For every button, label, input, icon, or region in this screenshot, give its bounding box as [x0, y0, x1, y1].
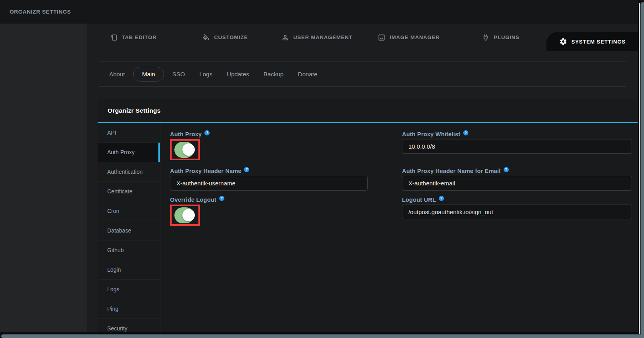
auth-proxy-header-name-for-email-input[interactable]: [402, 176, 632, 191]
tab-system-settings[interactable]: SYSTEM SETTINGS: [546, 32, 638, 51]
field-label: Auth Proxy Whitelist: [402, 131, 460, 137]
highlight-box: [170, 205, 200, 226]
tab-label: IMAGE MANAGER: [390, 34, 440, 40]
page-title: ORGANIZR SETTINGS: [10, 9, 71, 15]
field-label-row: Auth Proxy Header Name?: [170, 167, 368, 175]
subtab-donate[interactable]: Donate: [292, 67, 323, 81]
field-logout-url: Logout URL?: [402, 196, 632, 227]
tab-customize[interactable]: CUSTOMIZE: [179, 24, 271, 51]
field-override-logout: Override Logout?: [170, 196, 368, 227]
help-icon[interactable]: ?: [204, 130, 210, 135]
subtab-logs[interactable]: Logs: [193, 67, 218, 81]
main-content: TAB EDITORCUSTOMIZEUSER MANAGEMENTIMAGE …: [87, 24, 638, 332]
toggle-knob: [182, 143, 195, 156]
settings-menu-item-api[interactable]: API: [98, 123, 160, 143]
settings-menu-item-auth-proxy[interactable]: Auth Proxy: [98, 143, 160, 162]
help-icon[interactable]: ?: [244, 167, 249, 172]
tab-image-manager[interactable]: IMAGE MANAGER: [363, 24, 455, 51]
settings-form: Auth Proxy?Auth Proxy Whitelist?Auth Pro…: [160, 123, 638, 332]
toggle-knob: [182, 209, 195, 221]
tab-label: CUSTOMIZE: [214, 34, 248, 40]
tab-label: USER MANAGEMENT: [293, 34, 352, 40]
subtab-sso[interactable]: SSO: [166, 67, 191, 81]
user-management-icon: [281, 34, 289, 42]
gear-icon: [559, 38, 567, 46]
tab-editor-icon: [110, 34, 118, 42]
settings-menu-item-github[interactable]: Github: [98, 241, 160, 260]
tab-label: TAB EDITOR: [122, 34, 156, 40]
field-auth-proxy-whitelist: Auth Proxy Whitelist?: [402, 130, 632, 162]
help-icon[interactable]: ?: [219, 196, 224, 201]
field-label-row: Logout URL?: [402, 196, 632, 203]
field-auth-proxy-header-name-for-email: Auth Proxy Header Name for Email?: [402, 167, 632, 191]
app-header: ORGANIZR SETTINGS: [0, 0, 638, 24]
settings-menu-item-certificate[interactable]: Certificate: [98, 182, 160, 201]
subtab-about[interactable]: About: [103, 67, 131, 81]
settings-panel-header: Organizr Settings: [98, 99, 638, 123]
customize-icon: [202, 34, 210, 42]
side-nav-area: [0, 24, 87, 332]
subtab-main[interactable]: Main: [133, 67, 164, 82]
settings-menu-item-login[interactable]: Login: [98, 260, 160, 280]
settings-menu-item-authentication[interactable]: Authentication: [98, 162, 160, 182]
window-frame-bottom: [1, 334, 644, 338]
help-icon[interactable]: ?: [439, 196, 444, 201]
tab-user-management[interactable]: USER MANAGEMENT: [271, 24, 363, 51]
tab-label: PLUGINS: [494, 34, 519, 40]
settings-menu-item-security[interactable]: Security: [98, 319, 160, 332]
field-label: Logout URL: [402, 197, 436, 203]
field-auth-proxy: Auth Proxy?: [170, 130, 368, 162]
settings-panel-body: APIAuth ProxyAuthenticationCertificateCr…: [98, 123, 638, 332]
auth-proxy-toggle[interactable]: [174, 142, 194, 158]
settings-panel: Organizr Settings APIAuth ProxyAuthentic…: [98, 99, 638, 332]
field-label-row: Override Logout?: [170, 196, 368, 203]
subtab-updates[interactable]: Updates: [221, 67, 255, 81]
field-label: Auth Proxy Header Name: [170, 168, 241, 174]
tab-tab-editor[interactable]: TAB EDITOR: [87, 24, 179, 51]
help-icon[interactable]: ?: [504, 167, 509, 172]
auth-proxy-header-name-input[interactable]: [170, 176, 368, 191]
field-label: Override Logout: [170, 197, 216, 203]
field-label: Auth Proxy Header Name for Email: [402, 168, 501, 174]
app-window: ORGANIZR SETTINGS TAB EDITORCUSTOMIZEUSE…: [0, 0, 644, 338]
tab-label: SYSTEM SETTINGS: [571, 39, 626, 45]
settings-panel-title: Organizr Settings: [108, 107, 161, 114]
field-label-row: Auth Proxy?: [170, 130, 368, 138]
settings-menu-item-logs[interactable]: Logs: [98, 280, 160, 299]
field-auth-proxy-header-name: Auth Proxy Header Name?: [170, 167, 368, 191]
settings-menu-item-ping[interactable]: Ping: [98, 299, 160, 319]
override-logout-toggle[interactable]: [174, 207, 194, 223]
plugins-icon: [482, 34, 490, 42]
field-label-row: Auth Proxy Header Name for Email?: [402, 167, 632, 175]
image-manager-icon: [378, 34, 386, 42]
main-tab-bar: TAB EDITORCUSTOMIZEUSER MANAGEMENTIMAGE …: [87, 24, 638, 51]
subtab-backup[interactable]: Backup: [258, 67, 290, 81]
help-icon[interactable]: ?: [463, 130, 468, 135]
settings-menu-item-database[interactable]: Database: [98, 221, 160, 241]
settings-menu: APIAuth ProxyAuthenticationCertificateCr…: [98, 123, 160, 332]
field-label: Auth Proxy: [170, 131, 202, 137]
sub-tab-bar: AboutMainSSOLogsUpdatesBackupDonate: [99, 61, 626, 87]
highlight-box: [170, 139, 200, 160]
window-frame-right: [641, 2, 644, 338]
settings-menu-item-cron[interactable]: Cron: [98, 201, 160, 221]
vertical-scrollbar[interactable]: [639, 3, 640, 334]
tab-plugins[interactable]: PLUGINS: [455, 24, 547, 51]
field-label-row: Auth Proxy Whitelist?: [402, 130, 632, 138]
logout-url-input[interactable]: [402, 205, 632, 219]
auth-proxy-whitelist-input[interactable]: [402, 139, 632, 154]
